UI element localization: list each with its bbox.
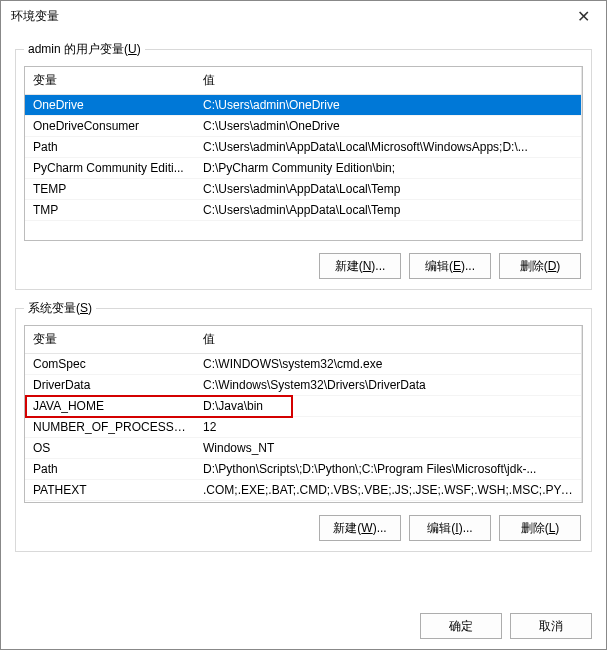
- ok-button[interactable]: 确定: [420, 613, 502, 639]
- cell-value: D:\Java\bin: [195, 396, 581, 417]
- cell-name: JAVA_HOME: [25, 396, 195, 417]
- close-button[interactable]: ✕: [560, 1, 606, 31]
- user-vars-group: admin 的用户变量(U) 变量 值 OneDriveC:\Users\adm…: [15, 49, 592, 290]
- cell-name: TMP: [25, 200, 195, 221]
- user-vars-buttons: 新建(N)... 编辑(E)... 删除(D): [24, 253, 583, 279]
- col-header-value[interactable]: 值: [195, 326, 581, 354]
- system-vars-group: 系统变量(S) 变量 值 ComSpecC:\WINDOWS\system32\…: [15, 308, 592, 552]
- cell-value: 12: [195, 417, 581, 438]
- user-delete-button[interactable]: 删除(D): [499, 253, 581, 279]
- user-vars-table[interactable]: 变量 值 OneDriveC:\Users\admin\OneDriveOneD…: [25, 67, 581, 221]
- table-row[interactable]: OSWindows_NT: [25, 438, 581, 459]
- cell-name: PATHEXT: [25, 480, 195, 501]
- system-vars-table[interactable]: 变量 值 ComSpecC:\WINDOWS\system32\cmd.exeD…: [25, 326, 581, 501]
- env-var-dialog: 环境变量 ✕ admin 的用户变量(U) 变量 值 OneDriveC:\Us…: [0, 0, 607, 650]
- table-row[interactable]: PathC:\Users\admin\AppData\Local\Microso…: [25, 137, 581, 158]
- cell-value: C:\Users\admin\OneDrive: [195, 95, 581, 116]
- col-header-name[interactable]: 变量: [25, 326, 195, 354]
- cell-value: Windows_NT: [195, 438, 581, 459]
- sys-delete-button[interactable]: 删除(L): [499, 515, 581, 541]
- table-header-row: 变量 值: [25, 67, 581, 95]
- table-row[interactable]: TEMPC:\Users\admin\AppData\Local\Temp: [25, 179, 581, 200]
- user-new-button[interactable]: 新建(N)...: [319, 253, 401, 279]
- cell-value: C:\Users\admin\AppData\Local\Microsoft\W…: [195, 137, 581, 158]
- dialog-title: 环境变量: [11, 8, 59, 25]
- cell-name: Path: [25, 137, 195, 158]
- cell-name: OneDriveConsumer: [25, 116, 195, 137]
- table-row[interactable]: ComSpecC:\WINDOWS\system32\cmd.exe: [25, 354, 581, 375]
- table-header-row: 变量 值: [25, 326, 581, 354]
- cell-name: OS: [25, 438, 195, 459]
- table-row[interactable]: OneDriveConsumerC:\Users\admin\OneDrive: [25, 116, 581, 137]
- cell-name: Path: [25, 459, 195, 480]
- user-vars-table-box: 变量 值 OneDriveC:\Users\admin\OneDriveOneD…: [24, 66, 583, 241]
- cell-name: PyCharm Community Editi...: [25, 158, 195, 179]
- scrollbar[interactable]: [581, 326, 582, 502]
- col-header-value[interactable]: 值: [195, 67, 581, 95]
- table-row[interactable]: OneDriveC:\Users\admin\OneDrive: [25, 95, 581, 116]
- sys-new-button[interactable]: 新建(W)...: [319, 515, 401, 541]
- table-row[interactable]: NUMBER_OF_PROCESSORS12: [25, 417, 581, 438]
- cell-value: C:\Windows\System32\Drivers\DriverData: [195, 375, 581, 396]
- table-row[interactable]: TMPC:\Users\admin\AppData\Local\Temp: [25, 200, 581, 221]
- system-vars-buttons: 新建(W)... 编辑(I)... 删除(L): [24, 515, 583, 541]
- table-row[interactable]: PATHEXT.COM;.EXE;.BAT;.CMD;.VBS;.VBE;.JS…: [25, 480, 581, 501]
- col-header-name[interactable]: 变量: [25, 67, 195, 95]
- user-edit-button[interactable]: 编辑(E)...: [409, 253, 491, 279]
- cell-value: D:\Python\Scripts\;D:\Python\;C:\Program…: [195, 459, 581, 480]
- cell-name: DriverData: [25, 375, 195, 396]
- user-vars-legend: admin 的用户变量(U): [24, 41, 145, 58]
- close-icon: ✕: [577, 7, 590, 26]
- cell-name: OneDrive: [25, 95, 195, 116]
- cell-value: C:\Users\admin\AppData\Local\Temp: [195, 200, 581, 221]
- scrollbar[interactable]: [581, 67, 582, 240]
- system-vars-table-box: 变量 值 ComSpecC:\WINDOWS\system32\cmd.exeD…: [24, 325, 583, 503]
- table-row[interactable]: JAVA_HOMED:\Java\bin: [25, 396, 581, 417]
- sys-edit-button[interactable]: 编辑(I)...: [409, 515, 491, 541]
- cell-value: .COM;.EXE;.BAT;.CMD;.VBS;.VBE;.JS;.JSE;.…: [195, 480, 581, 501]
- cell-value: C:\WINDOWS\system32\cmd.exe: [195, 354, 581, 375]
- table-row[interactable]: PyCharm Community Editi...D:\PyCharm Com…: [25, 158, 581, 179]
- cell-value: D:\PyCharm Community Edition\bin;: [195, 158, 581, 179]
- system-vars-legend: 系统变量(S): [24, 300, 96, 317]
- cell-name: TEMP: [25, 179, 195, 200]
- cell-value: C:\Users\admin\AppData\Local\Temp: [195, 179, 581, 200]
- titlebar: 环境变量 ✕: [1, 1, 606, 31]
- dialog-footer: 确定 取消: [420, 613, 592, 639]
- cell-name: ComSpec: [25, 354, 195, 375]
- cell-value: C:\Users\admin\OneDrive: [195, 116, 581, 137]
- table-row[interactable]: PathD:\Python\Scripts\;D:\Python\;C:\Pro…: [25, 459, 581, 480]
- table-row[interactable]: DriverDataC:\Windows\System32\Drivers\Dr…: [25, 375, 581, 396]
- cancel-button[interactable]: 取消: [510, 613, 592, 639]
- cell-name: NUMBER_OF_PROCESSORS: [25, 417, 195, 438]
